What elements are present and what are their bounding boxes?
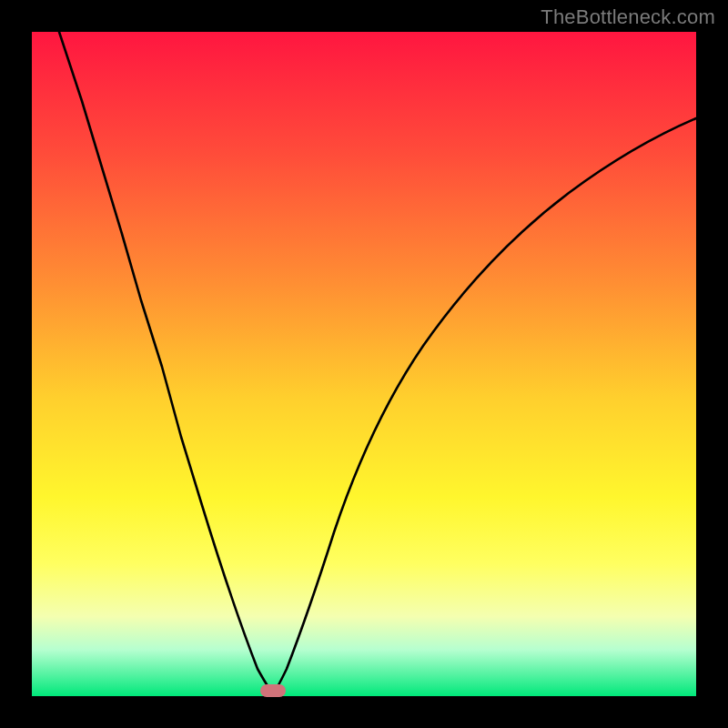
plot-area [32, 32, 696, 696]
optimum-marker [260, 684, 286, 697]
curve-layer [32, 32, 696, 696]
watermark-text: TheBottleneck.com [541, 5, 715, 29]
bottleneck-curve [59, 32, 696, 693]
chart-frame: TheBottleneck.com [0, 0, 728, 728]
